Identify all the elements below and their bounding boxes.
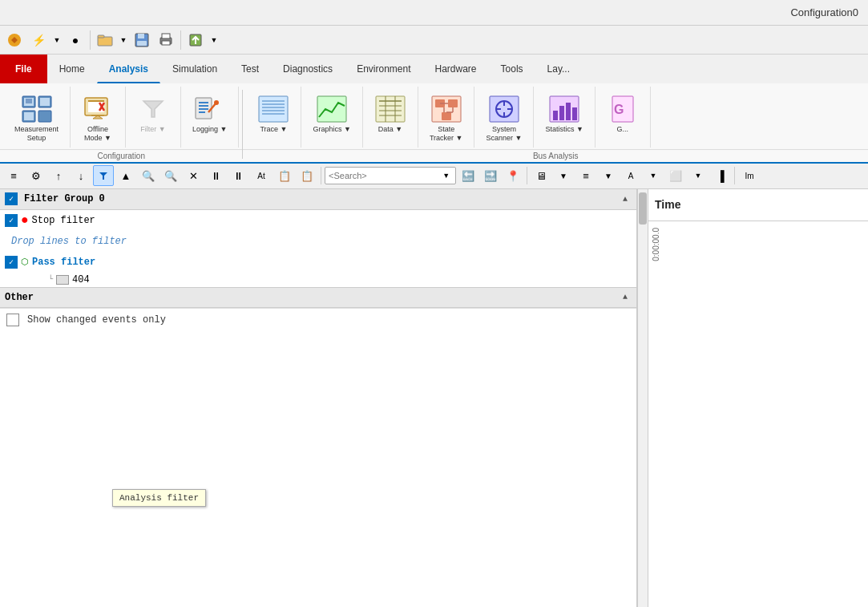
state-tracker-button[interactable]: StateTracker ▼: [425, 90, 468, 146]
g-more-button[interactable]: G G...: [602, 90, 644, 137]
graphics-button[interactable]: Graphics ▼: [308, 90, 355, 137]
svg-rect-62: [572, 107, 577, 120]
show-changed-checkbox[interactable]: [6, 314, 19, 326]
tb-btn-font[interactable]: A: [620, 165, 641, 186]
print-button[interactable]: [155, 29, 177, 51]
tb-btn-filter-active[interactable]: [93, 165, 114, 186]
menu-environment[interactable]: Environment: [345, 55, 422, 83]
measurement-setup-button[interactable]: Measurement Setup: [10, 90, 63, 146]
trace-button[interactable]: Trace ▼: [252, 90, 294, 137]
open-dropdown[interactable]: ▼: [118, 29, 129, 51]
svg-rect-46: [448, 99, 458, 107]
tb-btn-mark1[interactable]: 📋: [274, 165, 295, 186]
tb-btn-col[interactable]: ▐: [710, 165, 731, 186]
stop-filter-row[interactable]: ✓ ● Stop filter: [0, 210, 636, 231]
time-header: Time: [648, 189, 868, 221]
scroll-thumb[interactable]: [639, 192, 647, 225]
filter-group-0-checkbox[interactable]: ✓: [5, 192, 18, 205]
tb-btn-im[interactable]: Im: [738, 165, 761, 186]
offline-mode-button[interactable]: OfflineMode ▼: [77, 90, 119, 146]
tb-btn-3[interactable]: ↑: [48, 165, 69, 186]
filter-group-0-collapse[interactable]: ▲: [619, 192, 632, 205]
menu-file[interactable]: File: [0, 55, 47, 83]
export-dropdown[interactable]: ▼: [208, 29, 220, 51]
menu-test[interactable]: Test: [229, 55, 271, 83]
data-button[interactable]: Data ▼: [369, 90, 411, 137]
statistics-button[interactable]: Statistics ▼: [540, 90, 587, 137]
measurement-setup-icon: [21, 93, 53, 125]
filter-group-0-header[interactable]: ✓ Filter Group 0 ▲: [0, 189, 636, 210]
filter-button[interactable]: Filter ▼: [132, 90, 174, 137]
other-section-collapse[interactable]: ▲: [619, 291, 632, 304]
quick-access-toolbar: ⚡ ▼ ● ▼ ▼: [0, 26, 868, 55]
time-header-label: Time: [655, 198, 680, 211]
toolbar-separator3: [734, 167, 735, 184]
app-icon-button[interactable]: [3, 29, 26, 51]
ribbon-group-data: Data ▼: [363, 87, 418, 148]
svg-rect-20: [38, 111, 51, 122]
search-box[interactable]: ▼: [325, 167, 456, 184]
tb-btn-2[interactable]: ⚙: [26, 165, 46, 186]
ribbon-section2-label: Bus Analysis: [243, 149, 868, 162]
svg-rect-5: [137, 41, 147, 46]
menu-lay[interactable]: Lay...: [535, 55, 582, 83]
menu-analysis[interactable]: Analysis: [97, 55, 160, 83]
logging-label: Logging ▼: [192, 125, 227, 134]
tb-btn-nav1[interactable]: 🔙: [458, 165, 478, 186]
stop-button[interactable]: ●: [64, 29, 87, 51]
show-changed-row: Show changed events only: [0, 308, 636, 331]
svg-rect-30: [259, 96, 288, 122]
pass-filter-checkbox[interactable]: ✓: [5, 256, 18, 269]
menu-home[interactable]: Home: [47, 55, 97, 83]
open-button[interactable]: [94, 29, 116, 51]
tb-btn-font-drop[interactable]: ▼: [643, 165, 664, 186]
pass-filter-child-404[interactable]: └ 404: [0, 273, 636, 287]
export-button[interactable]: [184, 29, 207, 51]
tb-btn-pause[interactable]: ⏸: [205, 165, 226, 186]
ribbon-group-system-scanner: SystemScanner ▼: [474, 87, 534, 148]
ribbon-group-state-tracker: StateTracker ▼: [418, 87, 475, 148]
analysis-filter-tooltip: Analysis filter: [112, 489, 206, 507]
stop-filter-checkbox[interactable]: ✓: [5, 214, 18, 227]
tb-btn-mark2[interactable]: 📋: [297, 165, 317, 186]
menu-simulation[interactable]: Simulation: [160, 55, 229, 83]
svg-rect-17: [40, 98, 50, 106]
tb-btn-4[interactable]: ↓: [71, 165, 91, 186]
lightning-button[interactable]: ⚡: [27, 29, 50, 51]
tb-btn-view4[interactable]: ▼: [598, 165, 619, 186]
tb-btn-pause2[interactable]: ⏸: [228, 165, 248, 186]
tb-btn-binoculars2[interactable]: 🔍: [160, 165, 181, 186]
search-input[interactable]: [329, 171, 441, 180]
tb-btn-nav2[interactable]: 🔜: [480, 165, 501, 186]
tb-btn-close[interactable]: ✕: [183, 165, 204, 186]
logging-button[interactable]: Logging ▼: [188, 90, 232, 137]
tb-btn-view3[interactable]: ≡: [575, 165, 596, 186]
data-icon: [374, 93, 406, 125]
ribbon-group-trace: Trace ▼: [246, 87, 301, 148]
other-section-header[interactable]: Other ▲: [0, 287, 636, 308]
svg-rect-7: [162, 34, 170, 38]
logging-icon: [194, 93, 226, 125]
search-dropdown-icon[interactable]: ▼: [441, 172, 453, 180]
svg-rect-47: [442, 112, 451, 120]
pass-filter-row[interactable]: ✓ ⬡ Pass filter: [0, 252, 636, 273]
menu-hardware[interactable]: Hardware: [423, 55, 489, 83]
toolbar-separator: [321, 167, 321, 184]
menu-diagnostics[interactable]: Diagnostics: [271, 55, 345, 83]
ribbon-group-graphics: Graphics ▼: [301, 87, 362, 148]
time-panel: Time 0:00:00.0 CSDN @Richard_Brown: [648, 189, 868, 607]
tb-btn-view1[interactable]: 🖥: [531, 165, 551, 186]
lightning-dropdown[interactable]: ▼: [51, 29, 63, 51]
tb-btn-nav3[interactable]: 📍: [503, 165, 523, 186]
menu-tools[interactable]: Tools: [489, 55, 535, 83]
tb-btn-layout2[interactable]: ▼: [688, 165, 709, 186]
tb-btn-view2[interactable]: ▼: [553, 165, 574, 186]
tb-btn-1[interactable]: ≡: [3, 165, 24, 186]
stop-filter-label: Stop filter: [32, 215, 95, 226]
tb-btn-layout1[interactable]: ⬜: [665, 165, 686, 186]
tb-btn-binoculars[interactable]: 🔍: [138, 165, 159, 186]
save-button[interactable]: [131, 29, 153, 51]
tb-btn-5[interactable]: ▲: [115, 165, 136, 186]
tb-btn-at[interactable]: At: [250, 165, 273, 186]
system-scanner-button[interactable]: SystemScanner ▼: [481, 90, 527, 146]
